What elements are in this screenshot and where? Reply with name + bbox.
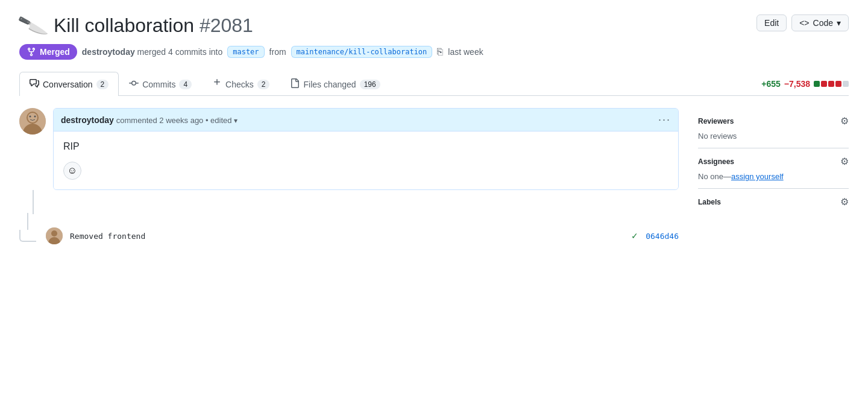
comment-wrapper: destroytoday commented 2 weeks ago • edi… <box>19 108 679 190</box>
assignees-gear-icon[interactable]: ⚙ <box>840 156 849 167</box>
files-count: 196 <box>360 80 380 89</box>
emoji-button[interactable]: ☺ <box>63 162 81 180</box>
diff-seg-1 <box>814 81 820 87</box>
tab-files-changed-label: Files changed <box>303 80 356 89</box>
commit-sha[interactable]: 0646d46 <box>646 232 679 241</box>
knife-icon: 🔪 <box>17 11 49 39</box>
merge-time: last week <box>448 47 483 57</box>
diff-seg-2 <box>821 81 827 87</box>
thread-line <box>33 190 34 214</box>
commit-curve <box>19 230 36 242</box>
svg-point-8 <box>51 230 57 236</box>
diff-seg-4 <box>835 81 841 87</box>
svg-point-5 <box>34 116 36 118</box>
copy-icon[interactable]: ⎘ <box>437 46 443 57</box>
tabs-bar: Conversation 2 Commits 4 Checks 2 Files … <box>19 72 849 96</box>
comment-options-button[interactable]: ··· <box>658 113 671 126</box>
commit-check-icon: ✓ <box>631 231 638 241</box>
reviewers-value: No reviews <box>698 132 849 141</box>
reviewers-gear-icon[interactable]: ⚙ <box>840 115 849 127</box>
diff-stats: +655 −7,538 <box>761 79 849 89</box>
labels-section: Labels ⚙ <box>698 189 849 220</box>
sidebar: Reviewers ⚙ No reviews Assignees ⚙ No on… <box>698 108 849 250</box>
comment-bubble: destroytoday commented 2 weeks ago • edi… <box>53 108 679 190</box>
pr-title: Kill collaboration #2081 <box>54 14 253 37</box>
avatar <box>19 108 46 135</box>
checks-icon <box>212 78 222 90</box>
reviewers-label: Reviewers <box>698 117 734 125</box>
header-actions: Edit <> conversation Code ▾ <box>756 14 849 31</box>
chevron-down-icon: ▾ <box>837 18 841 28</box>
tab-checks[interactable]: Checks 2 <box>202 72 280 96</box>
labels-label: Labels <box>698 198 721 206</box>
tab-commits[interactable]: Commits 4 <box>119 72 202 96</box>
checks-count: 2 <box>257 80 270 89</box>
comment-body: RIP ☺ <box>54 132 678 189</box>
additions-count: +655 <box>761 79 781 89</box>
reviewers-section: Reviewers ⚙ No reviews <box>698 108 849 148</box>
assignees-value: No one—assign yourself <box>698 172 849 181</box>
labels-gear-icon[interactable]: ⚙ <box>840 196 849 208</box>
comment-meta: commented 2 weeks ago • edited <box>116 116 234 125</box>
thread-connector <box>27 213 28 230</box>
target-branch[interactable]: master <box>227 46 264 58</box>
conversation-icon <box>30 78 39 90</box>
edited-dropdown-icon[interactable]: ▾ <box>234 116 237 125</box>
commits-icon <box>129 78 139 90</box>
comment-author: destroytoday <box>61 115 114 125</box>
merged-badge: Merged <box>19 44 77 60</box>
assignees-label: Assignees <box>698 157 734 166</box>
assignees-section: Assignees ⚙ No one—assign yourself <box>698 148 849 189</box>
comment-header: destroytoday commented 2 weeks ago • edi… <box>54 109 678 132</box>
merge-icon <box>27 47 36 57</box>
diff-bar <box>814 81 849 87</box>
comment-text: RIP <box>63 141 668 152</box>
edit-button[interactable]: Edit <box>756 14 787 31</box>
code-icon: <> <box>799 18 809 28</box>
diff-seg-3 <box>828 81 834 87</box>
tab-checks-label: Checks <box>225 80 254 89</box>
source-branch[interactable]: maintenance/kill-collaboration <box>291 46 433 58</box>
pr-description: destroytoday merged 4 commits into <box>82 47 222 57</box>
main-thread: destroytoday commented 2 weeks ago • edi… <box>19 108 679 250</box>
tab-conversation[interactable]: Conversation 2 <box>19 72 119 96</box>
commit-avatar <box>46 227 63 244</box>
tab-files-changed[interactable]: Files changed 196 <box>280 72 390 96</box>
commits-count: 4 <box>179 80 192 89</box>
diff-seg-5 <box>843 81 849 87</box>
pr-meta: Merged destroytoday merged 4 commits int… <box>19 44 849 60</box>
content-area: destroytoday commented 2 weeks ago • edi… <box>19 108 849 250</box>
files-icon <box>290 78 300 90</box>
smiley-icon: ☺ <box>68 165 77 176</box>
svg-point-4 <box>30 116 31 118</box>
deletions-count: −7,538 <box>784 79 810 89</box>
commit-description: Removed frontend <box>70 232 624 241</box>
commit-row: Removed frontend ✓ 0646d46 <box>19 221 679 250</box>
tab-commits-label: Commits <box>142 80 175 89</box>
svg-point-3 <box>28 113 37 122</box>
conversation-count: 2 <box>96 80 109 89</box>
code-button[interactable]: <> conversation Code ▾ <box>791 14 849 31</box>
tab-conversation-label: Conversation <box>43 80 93 89</box>
assign-yourself-link[interactable]: assign yourself <box>731 172 784 181</box>
